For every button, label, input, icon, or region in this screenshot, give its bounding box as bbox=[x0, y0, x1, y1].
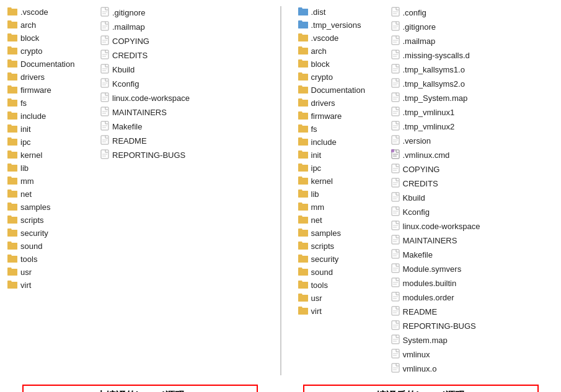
item-label: .mailmap bbox=[112, 22, 145, 32]
item-label: usr bbox=[20, 268, 32, 277]
list-item[interactable]: sound bbox=[297, 266, 384, 278]
list-item[interactable]: include bbox=[297, 136, 384, 148]
list-item[interactable]: arch bbox=[6, 19, 93, 31]
item-label: sound bbox=[20, 242, 42, 251]
list-item[interactable]: .tmp_kallsyms2.o bbox=[390, 77, 489, 90]
list-item[interactable]: include bbox=[6, 110, 93, 122]
folder-icon bbox=[298, 202, 308, 212]
list-item[interactable]: .tmp_System.map bbox=[390, 92, 489, 105]
list-item[interactable]: README bbox=[99, 134, 191, 147]
list-item[interactable]: modules.order bbox=[390, 291, 489, 304]
file-icon bbox=[100, 107, 109, 118]
svg-rect-74 bbox=[298, 256, 308, 263]
list-item[interactable]: tools bbox=[297, 279, 384, 291]
item-label: lib bbox=[311, 189, 319, 199]
list-item[interactable]: usr bbox=[6, 266, 93, 278]
list-item[interactable]: security bbox=[6, 227, 93, 239]
svg-rect-7 bbox=[7, 100, 17, 107]
list-item[interactable]: tools bbox=[6, 253, 93, 265]
list-item[interactable]: README bbox=[390, 305, 489, 318]
list-item[interactable]: Makefile bbox=[99, 120, 191, 133]
list-item[interactable]: net bbox=[297, 214, 384, 226]
list-item[interactable]: block bbox=[297, 58, 384, 70]
list-item[interactable]: firmware bbox=[6, 84, 93, 96]
list-item[interactable]: virt bbox=[6, 279, 93, 291]
list-item[interactable]: scripts bbox=[6, 214, 93, 226]
list-item[interactable]: sound bbox=[6, 240, 93, 252]
list-item[interactable]: usr bbox=[297, 292, 384, 304]
list-item[interactable]: Kbuild bbox=[390, 191, 489, 204]
list-item[interactable]: Documentation bbox=[297, 84, 384, 96]
item-label: tools bbox=[20, 255, 37, 264]
list-item[interactable]: ipc bbox=[6, 136, 93, 148]
list-item[interactable]: CREDITS bbox=[99, 49, 191, 62]
list-item[interactable]: REPORTING-BUGS bbox=[99, 149, 191, 162]
list-item[interactable]: modules.builtin bbox=[390, 277, 489, 290]
list-item[interactable]: Kconfig bbox=[99, 77, 191, 90]
list-item[interactable]: Documentation bbox=[6, 58, 93, 70]
list-item[interactable]: virt bbox=[297, 305, 384, 317]
list-item[interactable]: drivers bbox=[297, 97, 384, 109]
list-item[interactable]: Makefile bbox=[390, 248, 489, 261]
list-item[interactable]: REPORTING-BUGS bbox=[390, 320, 489, 333]
list-item[interactable]: linux.code-workspace bbox=[99, 92, 191, 105]
list-item[interactable]: init bbox=[297, 149, 384, 161]
list-item[interactable]: .dist bbox=[297, 6, 384, 18]
list-item[interactable]: .tmp_vmlinux1 bbox=[390, 106, 489, 119]
list-item[interactable]: mm bbox=[6, 175, 93, 187]
list-item[interactable]: firmware bbox=[297, 110, 384, 122]
list-item[interactable]: MAINTAINERS bbox=[390, 234, 489, 247]
list-item[interactable]: crypto bbox=[297, 71, 384, 83]
list-item[interactable]: lib bbox=[6, 162, 93, 174]
list-item[interactable]: vmlinux bbox=[390, 348, 489, 361]
list-item[interactable]: kernel bbox=[297, 175, 384, 187]
list-item[interactable]: lib bbox=[297, 188, 384, 200]
list-item[interactable]: Kconfig bbox=[390, 206, 489, 219]
list-item[interactable]: net bbox=[6, 188, 93, 200]
list-item[interactable]: block bbox=[6, 32, 93, 44]
list-item[interactable]: Module.symvers bbox=[390, 263, 489, 276]
list-item[interactable]: drivers bbox=[6, 71, 93, 83]
list-item[interactable]: .mailmap bbox=[99, 20, 191, 33]
list-item[interactable]: mm bbox=[297, 201, 384, 213]
list-item[interactable]: samples bbox=[6, 201, 93, 213]
list-item[interactable]: samples bbox=[297, 227, 384, 239]
list-item[interactable]: CREDITS bbox=[390, 177, 489, 190]
list-item[interactable]: .vscode bbox=[6, 6, 93, 18]
list-item[interactable]: .missing-syscalls.d bbox=[390, 49, 489, 62]
list-item[interactable]: fs bbox=[297, 123, 384, 135]
file-icon bbox=[391, 107, 400, 118]
list-item[interactable]: .tmp_kallsyms1.o bbox=[390, 63, 489, 76]
svg-rect-62 bbox=[298, 100, 308, 107]
list-item[interactable]: scripts bbox=[297, 240, 384, 252]
list-item[interactable]: ipc bbox=[297, 162, 384, 174]
svg-rect-21 bbox=[7, 282, 17, 289]
folder-icon bbox=[298, 176, 308, 186]
list-item[interactable]: linux.code-workspace bbox=[390, 220, 489, 233]
list-item[interactable]: .config bbox=[390, 6, 489, 19]
list-item[interactable]: COPYING bbox=[390, 163, 489, 176]
list-item[interactable]: .tmp_vmlinux2 bbox=[390, 120, 489, 133]
list-item[interactable]: vmlinux.o bbox=[390, 362, 489, 375]
list-item[interactable]: .tmp_versions bbox=[297, 19, 384, 31]
list-item[interactable]: init bbox=[6, 123, 93, 135]
list-item[interactable]: COPYING bbox=[99, 35, 191, 48]
list-item[interactable]: .mailmap bbox=[390, 35, 489, 48]
list-item[interactable]: MAINTAINERS bbox=[99, 106, 191, 119]
list-item[interactable]: .gitignore bbox=[390, 20, 489, 33]
list-item[interactable]: kernel bbox=[6, 149, 93, 161]
folder-icon bbox=[7, 163, 17, 173]
item-label: README bbox=[112, 136, 147, 146]
list-item[interactable]: .vmlinux.cmd bbox=[390, 149, 489, 162]
list-item[interactable]: fs bbox=[6, 97, 93, 109]
item-label: sound bbox=[311, 268, 333, 277]
list-item[interactable]: security bbox=[297, 253, 384, 265]
list-item[interactable]: System.map bbox=[390, 334, 489, 347]
list-item[interactable]: Kbuild bbox=[99, 63, 191, 76]
list-item[interactable]: .version bbox=[390, 134, 489, 147]
list-item[interactable]: arch bbox=[297, 45, 384, 57]
list-item[interactable]: .vscode bbox=[297, 32, 384, 44]
list-item[interactable]: crypto bbox=[6, 45, 93, 57]
item-label: firmware bbox=[20, 85, 51, 95]
list-item[interactable]: .gitignore bbox=[99, 6, 191, 19]
